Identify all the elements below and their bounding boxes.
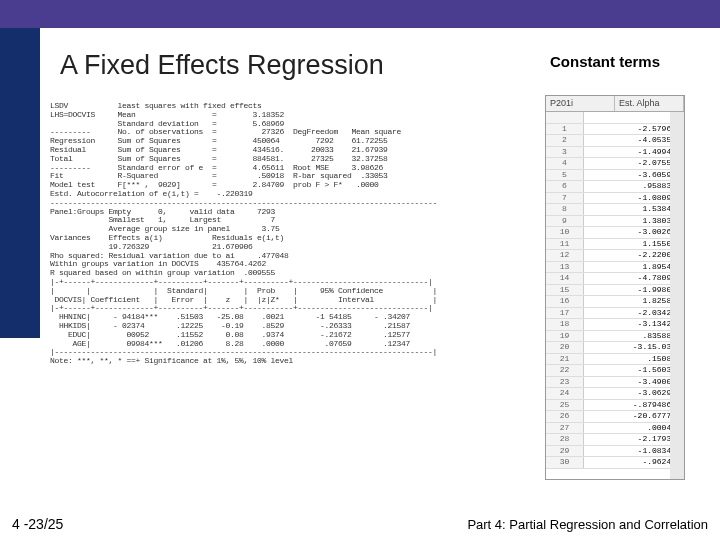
table-row: 19.835883 (546, 331, 684, 343)
table-row: 17-2.03424 (546, 308, 684, 320)
row-value: 1.38039 (584, 216, 684, 227)
row-value: -1.49940 (584, 147, 684, 158)
row-index: 11 (546, 239, 584, 250)
row-index: 9 (546, 216, 584, 227)
table-row: 18-3.13429 (546, 319, 684, 331)
table-row: 23-3.49003 (546, 377, 684, 389)
row-value: 1.89544 (584, 262, 684, 273)
row-index: 15 (546, 285, 584, 296)
table-row: 131.89544 (546, 262, 684, 274)
row-index: 8 (546, 204, 584, 215)
table-row: 81.53844 (546, 204, 684, 216)
row-index: 2 (546, 135, 584, 146)
table-row: 2-4.05354 (546, 135, 684, 147)
table-row: 30-.96245 (546, 457, 684, 469)
row-index: 1 (546, 124, 584, 135)
row-value: -4.78094 (584, 273, 684, 284)
ct-body: 11-2.579652-4.053543-1.499404-2.075525-3… (546, 112, 684, 469)
table-row: 1-2.57965 (546, 124, 684, 136)
row-value: 1 (584, 112, 684, 123)
regression-output: LSDV least squares with fixed effects LH… (50, 102, 540, 366)
table-row: 1 (546, 112, 684, 124)
row-index: 7 (546, 193, 584, 204)
table-row: 15-1.99804 (546, 285, 684, 297)
row-value: -2.03424 (584, 308, 684, 319)
row-value: -3.60598 (584, 170, 684, 181)
row-index: 23 (546, 377, 584, 388)
row-value: -3.13429 (584, 319, 684, 330)
row-value: -1.56037 (584, 365, 684, 376)
table-row: 3-1.49940 (546, 147, 684, 159)
constant-terms-title: Constant terms (550, 53, 660, 70)
row-index: 25 (546, 400, 584, 411)
table-row: 5-3.60598 (546, 170, 684, 182)
table-row: 20-3.15.035 (546, 342, 684, 354)
row-value: -3.06290 (584, 388, 684, 399)
row-index: 27 (546, 423, 584, 434)
row-index: 30 (546, 457, 584, 468)
table-row: 21.15086 (546, 354, 684, 366)
row-index: 4 (546, 158, 584, 169)
row-value: -4.05354 (584, 135, 684, 146)
row-value: .15086 (584, 354, 684, 365)
table-row: 6.958838 (546, 181, 684, 193)
row-index: 14 (546, 273, 584, 284)
footer-text: Part 4: Partial Regression and Correlati… (467, 517, 708, 532)
row-value: .958838 (584, 181, 684, 192)
ct-col1-header: P201i (546, 96, 615, 111)
row-index: 18 (546, 319, 584, 330)
table-row: 22-1.56037 (546, 365, 684, 377)
table-row: 27.00047 (546, 423, 684, 435)
row-index: 5 (546, 170, 584, 181)
row-value: 1.82585 (584, 296, 684, 307)
row-index: 22 (546, 365, 584, 376)
row-index (546, 112, 584, 123)
row-index: 26 (546, 411, 584, 422)
table-row: 111.15509 (546, 239, 684, 251)
row-index: 21 (546, 354, 584, 365)
row-index: 24 (546, 388, 584, 399)
row-index: 29 (546, 446, 584, 457)
table-row: 7-1.08098 (546, 193, 684, 205)
row-value: 1.53844 (584, 204, 684, 215)
constant-terms-panel: P201i Est. Alpha 11-2.579652-4.053543-1.… (545, 95, 685, 480)
row-value: -3.49003 (584, 377, 684, 388)
top-accent-bar (0, 0, 720, 28)
row-value: -3.15.035 (584, 342, 684, 353)
row-value: -20.67775 (584, 411, 684, 422)
ct-header: P201i Est. Alpha (546, 96, 684, 112)
row-index: 12 (546, 250, 584, 261)
row-index: 17 (546, 308, 584, 319)
table-row: 26-20.67775 (546, 411, 684, 423)
row-index: 10 (546, 227, 584, 238)
table-row: 4-2.07552 (546, 158, 684, 170)
slide-title: A Fixed Effects Regression (60, 50, 384, 81)
row-value: -1.08345 (584, 446, 684, 457)
row-value: -.8794867 (584, 400, 684, 411)
row-index: 16 (546, 296, 584, 307)
row-index: 13 (546, 262, 584, 273)
row-value: -3.00264 (584, 227, 684, 238)
table-row: 161.82585 (546, 296, 684, 308)
row-value: -1.99804 (584, 285, 684, 296)
table-row: 29-1.08345 (546, 446, 684, 458)
ct-col2-header: Est. Alpha (615, 96, 684, 111)
table-row: 25-.8794867 (546, 400, 684, 412)
row-index: 6 (546, 181, 584, 192)
row-index: 3 (546, 147, 584, 158)
table-row: 28-2.17931 (546, 434, 684, 446)
row-value: -2.07552 (584, 158, 684, 169)
left-accent-bar (0, 28, 40, 338)
row-value: -1.08098 (584, 193, 684, 204)
table-row: 12-2.22000 (546, 250, 684, 262)
scrollbar[interactable] (670, 112, 684, 479)
table-row: 14-4.78094 (546, 273, 684, 285)
row-value: -.96245 (584, 457, 684, 468)
row-value: .835883 (584, 331, 684, 342)
table-row: 10-3.00264 (546, 227, 684, 239)
table-row: 24-3.06290 (546, 388, 684, 400)
row-index: 28 (546, 434, 584, 445)
row-index: 19 (546, 331, 584, 342)
row-index: 20 (546, 342, 584, 353)
row-value: 1.15509 (584, 239, 684, 250)
